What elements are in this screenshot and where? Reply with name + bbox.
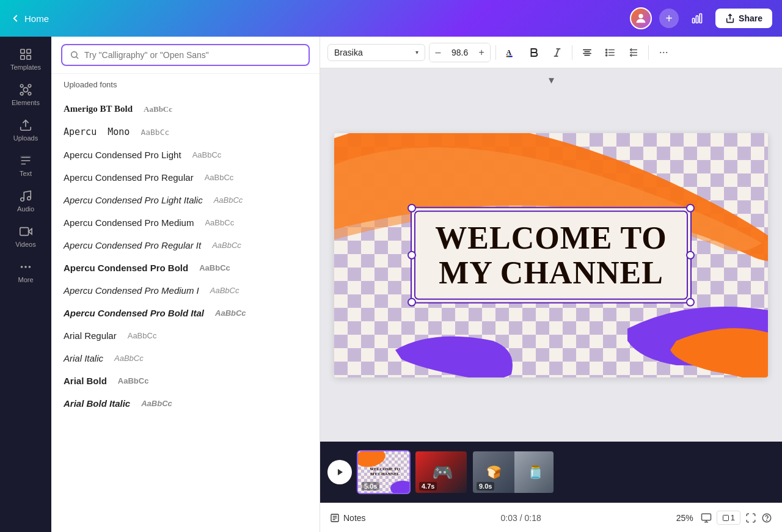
list-item[interactable]: Apercu Condensed Pro Bold Ital AaBbCc (51, 302, 320, 324)
page-icon (722, 514, 729, 522)
font-size-value[interactable]: 98.6 (447, 48, 473, 57)
templates-icon (19, 48, 32, 61)
text-line1: WELCOME TO (435, 220, 667, 255)
svg-rect-2 (696, 16, 698, 23)
svg-rect-15 (20, 228, 29, 236)
svg-point-35 (606, 54, 607, 56)
svg-rect-7 (27, 56, 31, 59)
spacing-button[interactable] (624, 43, 643, 62)
increase-size-button[interactable]: + (473, 43, 490, 62)
font-preview: AaBbCc (205, 218, 234, 227)
status-bar: Notes 0:03 / 0:18 25% 1 (320, 503, 782, 532)
italic-button[interactable] (547, 43, 567, 62)
sidebar-item-templates[interactable]: Templates (4, 42, 48, 75)
svg-point-34 (606, 51, 607, 53)
page-badge[interactable]: 1 (717, 511, 740, 525)
canvas-text: WELCOME TO MY CHANNEL (430, 220, 672, 290)
list-item[interactable]: Arial Bold AaBbCc (51, 370, 320, 392)
playback-time: 0:03 / 0:18 (373, 513, 669, 523)
list-item[interactable]: Amerigo BT Bold AaBbCc (51, 98, 320, 120)
font-preview: AaBbCc (205, 173, 234, 182)
sidebar-label-elements: Elements (12, 99, 40, 106)
sidebar-label-audio: Audio (17, 205, 34, 213)
decrease-size-button[interactable]: – (429, 43, 447, 62)
help-button[interactable] (761, 512, 772, 523)
font-selector[interactable]: Brasika ▾ (327, 44, 425, 61)
svg-point-13 (21, 198, 24, 202)
list-item[interactable]: Apercu Condensed Pro Medium AaBbCc (51, 211, 320, 234)
sidebar-item-more[interactable]: More (4, 254, 48, 287)
bold-icon (528, 47, 539, 58)
timeline-slide-2[interactable]: 🎮 4.7s (414, 450, 468, 494)
sidebar-label-videos: Videos (15, 241, 35, 248)
handle-middle-right[interactable] (686, 251, 695, 260)
svg-point-17 (21, 266, 23, 268)
canvas-slide[interactable]: WELCOME TO MY CHANNEL (334, 133, 768, 377)
font-name: Apercu Condensed Pro Medium I (64, 285, 199, 296)
font-preview: AaBbCc (192, 150, 222, 159)
list-item[interactable]: Arial Bold Italic AaBbCc (51, 392, 320, 415)
list-item[interactable]: Apercu Condensed Pro Regular AaBbCc (51, 166, 320, 189)
text-icon (19, 154, 32, 167)
list-item[interactable]: Apercu Condensed Pro Medium I AaBbCc (51, 279, 320, 302)
font-name: Apercu Mono (64, 126, 130, 137)
spacing-icon (628, 47, 639, 58)
align-center-button[interactable] (577, 43, 597, 62)
text-box[interactable]: WELCOME TO MY CHANNEL (411, 206, 692, 303)
handle-top-left[interactable] (407, 203, 416, 212)
font-preview: AaBbCc (141, 399, 172, 408)
selected-font-name: Brasika (334, 48, 363, 57)
slide2-duration: 4.7s (419, 482, 437, 490)
list-item[interactable]: Apercu Condensed Pro Light AaBbCc (51, 144, 320, 166)
share-button[interactable]: Share (715, 9, 772, 28)
font-size-control: – 98.6 + (429, 43, 491, 62)
svg-point-20 (71, 52, 77, 57)
toolbar-divider-1 (495, 45, 496, 60)
sidebar-item-uploads[interactable]: Uploads (4, 112, 48, 145)
svg-point-18 (24, 266, 27, 268)
font-name: Arial Bold Italic (64, 398, 130, 409)
handle-top-right[interactable] (686, 203, 695, 212)
list-item[interactable]: Arial Italic AaBbCc (51, 347, 320, 370)
list-item[interactable]: Apercu Condensed Pro Bold AaBbCc (51, 257, 320, 279)
font-name: Apercu Condensed Pro Light (64, 150, 181, 160)
list-item[interactable]: Apercu Mono AaBbCc (51, 120, 320, 144)
desktop-view-button[interactable] (701, 512, 712, 523)
color-button[interactable]: A (501, 43, 521, 62)
timeline-bar: WELCOME TOMY CHANNEL 5.0s 🎮 4.7s 🍞 🫙 (320, 442, 782, 503)
analytics-button[interactable] (686, 7, 708, 29)
slide3-right: 🫙 (514, 451, 555, 493)
add-button[interactable]: + (659, 9, 679, 28)
sidebar-item-audio[interactable]: Audio (4, 183, 48, 216)
handle-middle-left[interactable] (407, 251, 416, 260)
canvas-area: Brasika ▾ – 98.6 + A (320, 37, 782, 532)
svg-point-19 (29, 266, 31, 268)
bold-button[interactable] (524, 43, 544, 62)
font-search-input[interactable] (84, 50, 301, 60)
list-button[interactable] (601, 43, 620, 62)
sidebar-item-videos[interactable]: Videos (4, 219, 48, 252)
svg-marker-39 (338, 469, 343, 476)
svg-point-9 (20, 84, 23, 87)
font-preview: AaBbCc (210, 286, 239, 295)
font-preview: AaBbCc (212, 241, 241, 250)
list-item[interactable]: Arial Regular AaBbCc (51, 324, 320, 347)
notes-button[interactable]: Notes (330, 513, 366, 523)
list-item[interactable]: Apercu Condensed Pro Regular It AaBbCc (51, 234, 320, 257)
more-options-button[interactable]: ··· (654, 43, 673, 62)
collapse-indicator[interactable]: ▾ (549, 73, 554, 87)
sidebar-item-text[interactable]: Text (4, 148, 48, 181)
play-button[interactable] (327, 460, 352, 484)
zoom-level[interactable]: 25% (676, 513, 693, 523)
timeline-slide-1[interactable]: WELCOME TOMY CHANNEL 5.0s (357, 450, 411, 494)
toolbar-divider-3 (648, 45, 649, 60)
list-item[interactable]: Apercu Condensed Pro Light Italic AaBbCc (51, 189, 320, 211)
slide3-duration: 9.0s (477, 482, 494, 490)
fullscreen-button[interactable] (745, 512, 756, 523)
font-search-wrap[interactable] (61, 44, 310, 66)
sidebar-item-elements[interactable]: Elements (4, 77, 48, 110)
font-name: Apercu Condensed Pro Bold Ital (64, 308, 204, 318)
font-preview: AaBbCc (199, 263, 230, 272)
timeline-slide-3[interactable]: 🍞 🫙 9.0s (472, 450, 555, 494)
home-button[interactable]: Home (10, 13, 49, 24)
